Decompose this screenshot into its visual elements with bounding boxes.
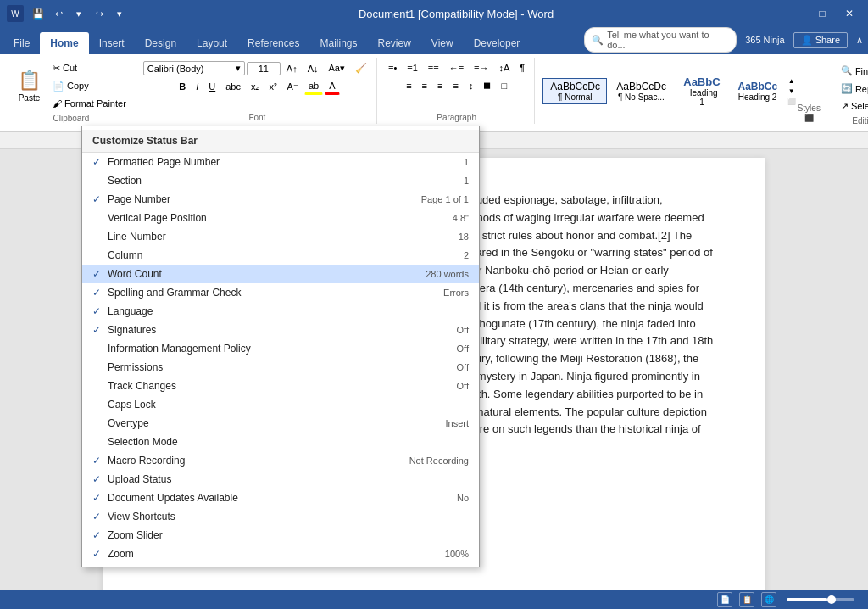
tab-references[interactable]: References (237, 32, 309, 54)
menu-item-language[interactable]: ✓Language (82, 302, 479, 321)
more-quick-btn[interactable]: ▾ (110, 4, 129, 23)
styles-group-label: Styles ⬛ (798, 102, 821, 122)
replace-button[interactable]: 🔄Replace (833, 81, 868, 97)
menu-item-overtype[interactable]: OvertypeInsert (82, 414, 479, 433)
select-button[interactable]: ↗Select ▾ (833, 98, 868, 115)
tab-view[interactable]: View (421, 32, 464, 54)
menu-item-label: Upload Status (108, 473, 462, 485)
undo-dropdown-btn[interactable]: ▾ (70, 4, 88, 23)
tab-layout[interactable]: Layout (186, 32, 237, 54)
multilevel-btn[interactable]: ≡≡ (424, 60, 443, 75)
menu-item-formatted-page-number[interactable]: ✓Formatted Page Number1 (82, 153, 479, 171)
subscript-button[interactable]: x₂ (247, 79, 264, 95)
align-center-btn[interactable]: ≡ (418, 78, 431, 93)
bold-button[interactable]: B (175, 79, 190, 94)
cut-button[interactable]: ✂ Cut (48, 60, 131, 76)
numbering-btn[interactable]: ≡1 (403, 60, 422, 75)
menu-item-caps-lock[interactable]: Caps Lock (82, 395, 479, 414)
menu-item-page-number[interactable]: ✓Page NumberPage 1 of 1 (82, 190, 479, 209)
tab-design[interactable]: Design (135, 32, 186, 54)
styles-scroll-up[interactable]: ▲ (786, 75, 798, 86)
view-web-btn[interactable]: 🌐 (761, 592, 776, 607)
font-grow-btn[interactable]: A↑ (282, 61, 302, 76)
menu-item-zoom[interactable]: ✓Zoom100% (82, 545, 479, 563)
style-nospace[interactable]: AaBbCcDc ¶ No Spac... (609, 78, 673, 104)
menu-item-label: Vertical Page Position (108, 212, 446, 224)
menu-item-upload-status[interactable]: ✓Upload Status (82, 470, 479, 489)
style-h1[interactable]: AaBbC Heading 1 (675, 73, 728, 109)
font-family-box[interactable]: Calibri (Body) ▾ (143, 61, 245, 75)
tab-developer[interactable]: Developer (464, 32, 531, 54)
share-button[interactable]: 👤Share (793, 32, 848, 48)
restore-button[interactable]: □ (810, 2, 834, 25)
close-button[interactable]: ✕ (837, 2, 861, 25)
undo-quick-btn[interactable]: ↩ (49, 4, 68, 23)
show-hide-btn[interactable]: ¶ (515, 60, 529, 75)
line-spacing-btn[interactable]: ↕ (465, 78, 478, 93)
menu-item-line-number[interactable]: Line Number18 (82, 227, 479, 246)
superscript-button[interactable]: x² (264, 79, 281, 94)
decrease-indent-btn[interactable]: ←≡ (445, 60, 468, 75)
menu-item-information-management-policy[interactable]: Information Management PolicyOff (82, 339, 479, 358)
styles-scroll-down[interactable]: ▼ (786, 86, 798, 96)
menu-item-spelling-and-grammar-check[interactable]: ✓Spelling and Grammar CheckErrors (82, 283, 479, 302)
redo-quick-btn[interactable]: ↪ (90, 4, 108, 23)
ribbon-collapse-btn[interactable]: ∧ (851, 33, 868, 47)
italic-button[interactable]: I (192, 79, 203, 94)
zoom-slider-thumb[interactable] (827, 595, 836, 604)
find-button[interactable]: 🔍Find▾ (833, 63, 868, 79)
menu-item-signatures[interactable]: ✓SignaturesOff (82, 321, 479, 339)
format-painter-button[interactable]: 🖌 Format Painter (48, 96, 131, 111)
tab-home[interactable]: Home (40, 32, 88, 54)
save-quick-btn[interactable]: 💾 (29, 4, 47, 23)
bullets-btn[interactable]: ≡• (384, 60, 401, 75)
clear-format-btn[interactable]: 🧹 (351, 60, 371, 76)
change-case-btn[interactable]: Aa▾ (325, 60, 349, 76)
styles-scroll: ▲ ▼ ⬜ (786, 75, 798, 106)
font-color-btn[interactable]: A (325, 78, 339, 95)
paste-button[interactable]: 📋 Paste (12, 65, 47, 107)
styles-expand-btn[interactable]: ⬜ (786, 96, 798, 106)
menu-item-view-shortcuts[interactable]: ✓View Shortcuts (82, 507, 479, 526)
style-normal[interactable]: AaBbCcDc ¶ Normal (542, 78, 607, 104)
share-label: Share (815, 35, 840, 45)
highlight-btn[interactable]: ab (304, 78, 323, 95)
zoom-slider[interactable] (787, 598, 854, 601)
font-shrink-btn[interactable]: A↓ (303, 61, 323, 76)
menu-item-section[interactable]: Section1 (82, 171, 479, 190)
underline-button[interactable]: U (204, 79, 220, 94)
menu-item-zoom-slider[interactable]: ✓Zoom Slider (82, 526, 479, 545)
menu-item-selection-mode[interactable]: Selection Mode (82, 433, 479, 451)
text-effects-btn[interactable]: A⁻ (283, 79, 303, 95)
styles-dialog-launcher[interactable]: ⬛ (804, 114, 814, 122)
menu-item-column[interactable]: Column2 (82, 246, 479, 265)
menu-item-document-updates-available[interactable]: ✓Document Updates AvailableNo (82, 489, 479, 507)
style-h2[interactable]: AaBbCc Heading 2 (730, 78, 784, 104)
tab-review[interactable]: Review (367, 32, 420, 54)
menu-item-permissions[interactable]: PermissionsOff (82, 358, 479, 377)
tab-mailings[interactable]: Mailings (309, 32, 367, 54)
sort-btn[interactable]: ↕A (494, 60, 514, 75)
menu-item-word-count[interactable]: ✓Word Count280 words (82, 265, 479, 283)
style-h1-label: Heading 1 (682, 88, 721, 107)
office365-label[interactable]: 365 Ninja (740, 33, 789, 47)
increase-indent-btn[interactable]: ≡→ (470, 60, 492, 75)
align-left-btn[interactable]: ≡ (402, 78, 415, 93)
align-right-btn[interactable]: ≡ (433, 78, 447, 93)
shading-btn[interactable]: ◼ (479, 77, 495, 93)
menu-item-label: Selection Mode (108, 436, 462, 448)
strikethrough-button[interactable]: abc (221, 79, 245, 94)
copy-button[interactable]: 📄 Copy (48, 78, 131, 94)
view-read-btn[interactable]: 📋 (739, 592, 754, 607)
borders-btn[interactable]: □ (497, 78, 511, 93)
tab-insert[interactable]: Insert (89, 32, 135, 54)
font-size-box[interactable]: 11 (247, 62, 281, 75)
view-print-btn[interactable]: 📄 (717, 592, 732, 607)
tab-file[interactable]: File (3, 32, 40, 54)
minimize-button[interactable]: ─ (783, 2, 807, 25)
menu-item-track-changes[interactable]: Track ChangesOff (82, 377, 479, 395)
justify-btn[interactable]: ≡ (448, 78, 462, 93)
tell-me-box[interactable]: 🔍 Tell me what you want to do... (584, 27, 737, 53)
menu-item-macro-recording[interactable]: ✓Macro RecordingNot Recording (82, 451, 479, 470)
menu-item-vertical-page-position[interactable]: Vertical Page Position4.8" (82, 209, 479, 227)
